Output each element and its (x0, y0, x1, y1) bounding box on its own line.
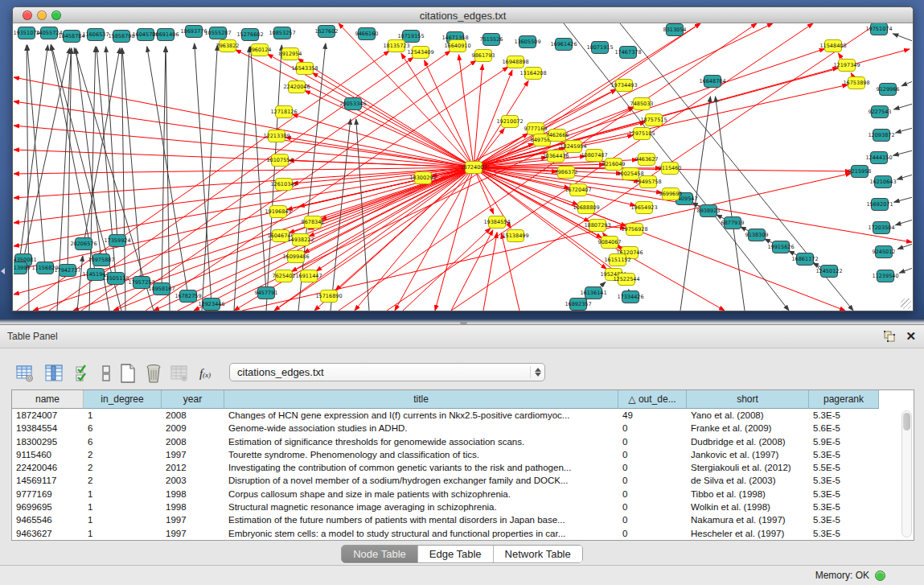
table-cell: Hescheler et al. (1997) (687, 527, 809, 540)
row-selection-icon[interactable] (72, 363, 93, 384)
table-row[interactable]: 969969511998Structural magnetic resonanc… (12, 501, 914, 513)
function-builder-icon[interactable]: f(x) (195, 363, 216, 384)
delete-table-icon[interactable] (143, 363, 164, 384)
close-icon[interactable]: ✕ (906, 329, 916, 343)
graph-node-label: 19734493 (610, 82, 637, 89)
float-window-icon[interactable] (883, 330, 896, 343)
graph-edge (893, 150, 912, 155)
table-cell: 6 (84, 435, 162, 448)
table-cell: 2003 (162, 474, 224, 487)
graph-node-label: 7462666 (546, 132, 569, 138)
table-cell: 18300295 (12, 435, 84, 448)
network-view-window: citations_edges.txt 19351074140557241045… (12, 6, 914, 311)
graph-edge (895, 220, 912, 225)
column-visibility-icon[interactable] (43, 363, 64, 384)
graph-node-label: 7515526 (480, 36, 503, 43)
graph-node-label: 10458784 (58, 33, 84, 39)
graph-edge (14, 77, 474, 167)
graph-edge (897, 175, 912, 179)
graph-edge (899, 268, 912, 273)
graph-node-label: 16099486 (282, 253, 309, 260)
graph-edge (401, 53, 474, 167)
table-cell: 1 (84, 488, 162, 501)
table-row[interactable]: 1938455462009Genome-wide association stu… (12, 422, 914, 435)
rows-icon[interactable] (96, 363, 117, 384)
table-row[interactable]: 1872400712008Changes of HCN gene express… (12, 409, 914, 422)
delete-column-icon[interactable] (169, 363, 190, 384)
table-scrollbar-thumb[interactable] (903, 413, 910, 431)
table-row[interactable]: 946362711997Embryonic stem cells: a mode… (12, 527, 914, 540)
tab-edge-table[interactable]: Edge Table (417, 546, 493, 562)
table-cell: Franke et al. (2009) (687, 422, 809, 435)
column-header-year[interactable]: year (162, 390, 224, 409)
graph-node-label: 19751074 (865, 26, 892, 32)
graph-node-label: 18757515 (640, 117, 667, 123)
graph-node-label: 15276602 (236, 31, 263, 38)
window-title: citations_edges.txt (13, 10, 913, 22)
graph-node-label: 1527602 (315, 28, 339, 35)
table-cell: 18724007 (12, 409, 84, 422)
table-cell: 14569117 (12, 474, 84, 487)
tab-node-table[interactable]: Node Table (342, 546, 417, 562)
window-resize-grip[interactable] (901, 299, 911, 309)
column-header-pagerank[interactable]: pagerank (809, 390, 879, 409)
network-graph[interactable]: 1935107414055724104587841160653715858798… (14, 23, 912, 311)
graph-node-label: 17957253 (128, 279, 154, 286)
tab-network-table[interactable]: Network Table (493, 546, 582, 562)
table-body: 1872400712008Changes of HCN gene express… (12, 409, 914, 540)
table-select[interactable]: citations_edges.txt (229, 363, 545, 381)
table-scrollbar[interactable] (901, 410, 912, 538)
graph-node-label: 7625402 (273, 273, 296, 279)
table-cell: 2012 (162, 461, 224, 474)
graph-node-label: 8938923 (697, 208, 721, 214)
graph-node-label: 8215958 (848, 168, 872, 175)
graph-node-label: 9313999 (14, 265, 30, 271)
graph-node-label: 16136141 (580, 290, 606, 296)
network-canvas[interactable]: 1935107414055724104587841160653715858798… (14, 23, 912, 311)
column-header-short[interactable]: short (687, 390, 809, 409)
graph-node-label: 9960124 (248, 47, 272, 53)
graph-edge (14, 101, 474, 167)
column-header-out-degree[interactable]: △ out_de... (618, 390, 687, 409)
column-header-in-degree[interactable]: in_degree (84, 390, 162, 409)
column-header-title[interactable]: title (224, 390, 618, 409)
table-panel-header: Table Panel ✕ (0, 325, 924, 348)
status-bar: Memory: OK (0, 565, 924, 585)
table-cell: Jankovic et al. (1997) (687, 448, 809, 461)
graph-node-label: 20053346 (339, 101, 366, 107)
table-cell: 0 (618, 513, 687, 526)
graph-edge (274, 23, 700, 311)
graph-edge (474, 167, 622, 249)
graph-node-label: 16892357 (565, 301, 591, 307)
window-titlebar[interactable]: citations_edges.txt (13, 7, 913, 23)
table-row[interactable]: 946554611997Estimation of the future num… (12, 513, 914, 526)
table-row[interactable]: 1830029562008Estimation of significance … (12, 435, 914, 448)
table-panel: Table Panel ✕ (0, 324, 924, 565)
graph-node-label: 9699695 (659, 191, 683, 197)
graph-edge (122, 48, 142, 282)
graph-node-label: 8912954 (279, 51, 302, 57)
column-header-name[interactable]: name (12, 390, 84, 409)
collapse-panel-arrow[interactable] (1, 268, 5, 274)
table-cell: 1998 (162, 501, 224, 513)
graph-edge (18, 45, 48, 268)
graph-node-label: 7485033 (630, 101, 654, 107)
graph-node-label: 16648784 (699, 78, 725, 84)
memory-status-icon[interactable] (875, 571, 885, 581)
graph-node-label: 9227543 (869, 109, 892, 115)
graph-edge (387, 23, 813, 311)
table-row[interactable]: 2242004622012Investigating the contribut… (12, 461, 914, 474)
table-cell: 9777169 (12, 488, 84, 501)
table-row[interactable]: 977716911998Corpus callosum shape and si… (12, 488, 914, 501)
table-cell: 5.3E-5 (809, 448, 879, 461)
table-cell: 5.3E-5 (809, 501, 879, 513)
graph-node-label: 12444150 (865, 154, 892, 161)
table-cell: de Silva et al. (2003) (687, 474, 809, 487)
new-table-icon[interactable] (117, 363, 138, 384)
graph-edge (76, 48, 101, 260)
table-row[interactable]: 1456911722003Disruption of a novel membe… (12, 474, 914, 487)
table-options-icon[interactable] (14, 363, 35, 384)
table-cell: 2009 (162, 422, 224, 435)
table-toolbar: f(x) citations_edges.txt (0, 348, 924, 387)
table-row[interactable]: 911546021997Tourette syndrome. Phenomeno… (12, 448, 914, 461)
